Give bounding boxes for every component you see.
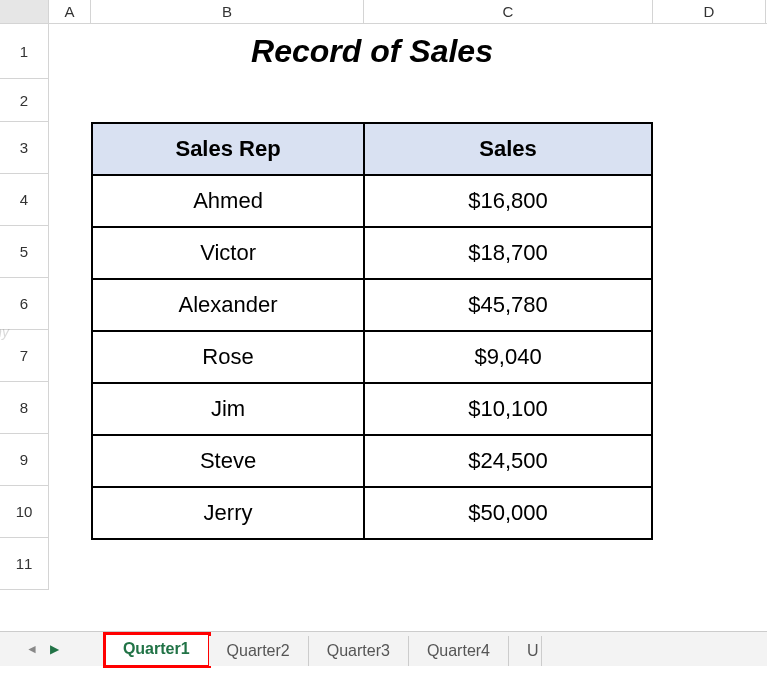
table-row: Victor$18,700 bbox=[92, 227, 652, 279]
header-sales-rep[interactable]: Sales Rep bbox=[92, 123, 364, 175]
cell-sales[interactable]: $18,700 bbox=[364, 227, 652, 279]
table-row: Jim$10,100 bbox=[92, 383, 652, 435]
cell-sales[interactable]: $45,780 bbox=[364, 279, 652, 331]
table-row: Rose$9,040 bbox=[92, 331, 652, 383]
row-header-8[interactable]: 8 bbox=[0, 382, 49, 434]
tab-quarter4[interactable]: Quarter4 bbox=[409, 636, 509, 666]
cell-sales[interactable]: $24,500 bbox=[364, 435, 652, 487]
row-header-6[interactable]: 6 bbox=[0, 278, 49, 330]
table-row: Ahmed$16,800 bbox=[92, 175, 652, 227]
nav-prev-icon[interactable]: ◄ bbox=[20, 642, 44, 656]
col-header-A[interactable]: A bbox=[49, 0, 91, 23]
row-header-7[interactable]: 7 bbox=[0, 330, 49, 382]
col-header-C[interactable]: C bbox=[364, 0, 653, 23]
cell-sales[interactable]: $10,100 bbox=[364, 383, 652, 435]
tab-quarter3[interactable]: Quarter3 bbox=[309, 636, 409, 666]
table-row: Alexander$45,780 bbox=[92, 279, 652, 331]
cell-rep[interactable]: Alexander bbox=[92, 279, 364, 331]
col-header-D[interactable]: D bbox=[653, 0, 766, 23]
cell-rep[interactable]: Steve bbox=[92, 435, 364, 487]
tab-quarter2[interactable]: Quarter2 bbox=[209, 636, 309, 666]
cell-sales[interactable]: $9,040 bbox=[364, 331, 652, 383]
select-all-corner[interactable] bbox=[0, 0, 49, 23]
row-header-11[interactable]: 11 bbox=[0, 538, 49, 590]
tab-quarter1[interactable]: Quarter1 bbox=[105, 634, 209, 666]
cell-rep[interactable]: Jerry bbox=[92, 487, 364, 539]
cell-rep[interactable]: Rose bbox=[92, 331, 364, 383]
row-header-3[interactable]: 3 bbox=[0, 122, 49, 174]
table-header-row: Sales Rep Sales bbox=[92, 123, 652, 175]
sales-table: Sales Rep Sales Ahmed$16,800 Victor$18,7… bbox=[91, 122, 653, 540]
table-row: Steve$24,500 bbox=[92, 435, 652, 487]
page-title: Record of Sales bbox=[91, 24, 653, 79]
cell-rep[interactable]: Victor bbox=[92, 227, 364, 279]
nav-next-icon[interactable]: ▶ bbox=[44, 642, 65, 656]
row-headers: 1 2 3 4 5 6 7 8 9 10 11 bbox=[0, 24, 49, 590]
sheet-tab-bar: ◄ ▶ Quarter1 Quarter2 Quarter3 Quarter4 … bbox=[0, 631, 767, 666]
cell-sales[interactable]: $50,000 bbox=[364, 487, 652, 539]
cell-rep[interactable]: Jim bbox=[92, 383, 364, 435]
row-header-9[interactable]: 9 bbox=[0, 434, 49, 486]
cell-sales[interactable]: $16,800 bbox=[364, 175, 652, 227]
row-header-2[interactable]: 2 bbox=[0, 79, 49, 122]
row-header-1[interactable]: 1 bbox=[0, 24, 49, 79]
table-row: Jerry$50,000 bbox=[92, 487, 652, 539]
tab-cut[interactable]: U bbox=[509, 636, 542, 666]
row-header-10[interactable]: 10 bbox=[0, 486, 49, 538]
sheet-tabs: Quarter1 Quarter2 Quarter3 Quarter4 U bbox=[105, 632, 542, 666]
cell-rep[interactable]: Ahmed bbox=[92, 175, 364, 227]
row-header-4[interactable]: 4 bbox=[0, 174, 49, 226]
header-sales[interactable]: Sales bbox=[364, 123, 652, 175]
col-header-B[interactable]: B bbox=[91, 0, 364, 23]
row-header-5[interactable]: 5 bbox=[0, 226, 49, 278]
column-headers: A B C D bbox=[0, 0, 767, 24]
spreadsheet-grid: A B C D 1 2 3 4 5 6 7 8 9 10 11 Record o… bbox=[0, 0, 767, 610]
